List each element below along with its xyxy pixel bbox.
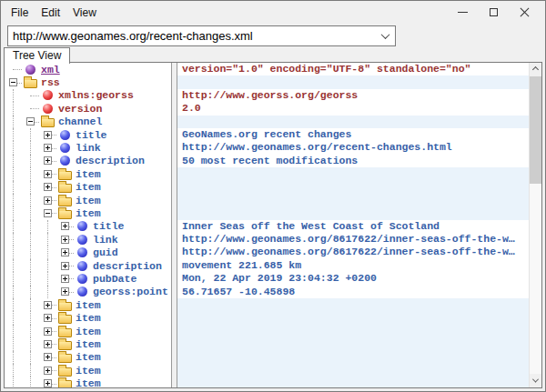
expand-plus-icon[interactable] bbox=[44, 379, 52, 387]
tree-node[interactable]: xmlns:georss bbox=[5, 89, 171, 102]
expand-plus-icon[interactable] bbox=[44, 327, 52, 336]
tree-node-label: item bbox=[76, 377, 101, 387]
tree-node[interactable]: link bbox=[5, 141, 171, 154]
tree-guide-line bbox=[22, 377, 39, 387]
tree-node[interactable]: title bbox=[5, 220, 171, 233]
tree-pane: xmlrssxmlns:georssversionchanneltitlelin… bbox=[5, 63, 171, 387]
tree-node[interactable]: item bbox=[5, 206, 171, 219]
tree-node[interactable]: georss:point bbox=[5, 286, 171, 298]
tree-node-label: link bbox=[76, 142, 101, 154]
expand-plus-icon[interactable] bbox=[44, 367, 52, 375]
expand-plus-icon[interactable] bbox=[44, 196, 52, 205]
tree-node[interactable]: item bbox=[5, 377, 171, 387]
tree-node[interactable]: channel bbox=[5, 116, 171, 128]
expand-plus-icon[interactable] bbox=[44, 353, 52, 361]
tree-icon-cell bbox=[39, 116, 56, 128]
value-row bbox=[177, 377, 529, 387]
minimize-button[interactable] bbox=[447, 1, 478, 24]
tree-icon-cell bbox=[56, 141, 73, 154]
expand-plus-icon[interactable] bbox=[44, 340, 52, 348]
tree-icon-cell bbox=[74, 272, 90, 285]
tree-connector bbox=[56, 259, 74, 272]
tree-connector bbox=[39, 377, 56, 387]
url-input[interactable] bbox=[8, 26, 375, 45]
blue-ball-icon bbox=[77, 274, 87, 284]
tree-node[interactable]: version bbox=[5, 102, 171, 115]
scroll-down-button[interactable] bbox=[530, 374, 541, 387]
value-row bbox=[177, 364, 529, 377]
tree-node-label: item bbox=[76, 195, 101, 206]
vertical-scrollbar[interactable] bbox=[529, 63, 541, 387]
tree-node[interactable]: item bbox=[5, 298, 171, 311]
close-button[interactable] bbox=[509, 1, 540, 24]
tree-guide-line bbox=[5, 89, 22, 102]
chevron-down-icon bbox=[380, 30, 389, 39]
tree-node[interactable]: description bbox=[5, 155, 171, 167]
tree-node[interactable]: guid bbox=[5, 246, 171, 258]
value-pane: version="1.0" encoding="UTF-8" standalon… bbox=[177, 63, 529, 387]
collapse-minus-icon[interactable] bbox=[26, 117, 35, 126]
expand-plus-icon[interactable] bbox=[44, 183, 52, 191]
tab-tree-view[interactable]: Tree View bbox=[4, 47, 70, 64]
tree-icon-cell bbox=[56, 206, 73, 219]
folder-icon bbox=[58, 171, 72, 180]
tree-guide-line bbox=[5, 128, 22, 141]
value-row: 2.0 bbox=[177, 102, 529, 115]
tree-connector bbox=[22, 102, 39, 115]
tree-node[interactable]: item bbox=[5, 181, 171, 194]
tree-guide-line bbox=[5, 206, 22, 219]
tree-icon-cell bbox=[56, 128, 73, 141]
expand-plus-icon[interactable] bbox=[44, 156, 52, 165]
tree-connector bbox=[39, 167, 56, 180]
scrollbar-thumb[interactable] bbox=[530, 76, 541, 184]
expand-plus-icon[interactable] bbox=[61, 248, 69, 256]
tree-guide-line bbox=[5, 246, 22, 258]
pane-splitter[interactable] bbox=[171, 63, 177, 387]
combobox-dropdown-button[interactable] bbox=[375, 26, 395, 45]
expand-plus-icon[interactable] bbox=[61, 222, 69, 230]
value-row bbox=[177, 298, 529, 311]
tree-node-label: item bbox=[76, 207, 101, 219]
app-window: File Edit View Tree View xmlrssxmlns:geo… bbox=[0, 0, 546, 392]
tree-node[interactable]: item bbox=[5, 325, 171, 337]
tree-connector bbox=[39, 155, 56, 167]
tree-node-label: title bbox=[76, 129, 107, 141]
expand-plus-icon[interactable] bbox=[44, 314, 52, 322]
tree-guide-line bbox=[5, 141, 22, 154]
tree-node[interactable]: link bbox=[5, 233, 171, 246]
tree-connector bbox=[39, 194, 56, 206]
expand-plus-icon[interactable] bbox=[61, 287, 69, 296]
scroll-up-button[interactable] bbox=[530, 63, 541, 76]
expand-plus-icon[interactable] bbox=[61, 236, 69, 244]
tree-guide-line bbox=[5, 325, 22, 337]
blue-ball-icon bbox=[77, 286, 87, 297]
tree-node[interactable]: item bbox=[5, 311, 171, 324]
expand-plus-icon[interactable] bbox=[44, 131, 52, 139]
tree-connector bbox=[39, 141, 56, 154]
collapse-minus-icon[interactable] bbox=[9, 78, 17, 86]
tree-node[interactable]: item bbox=[5, 167, 171, 180]
tree-connector bbox=[39, 298, 56, 311]
tree-node[interactable]: rss bbox=[5, 75, 171, 88]
tree-node[interactable]: item bbox=[5, 351, 171, 364]
tree-node[interactable]: item bbox=[5, 194, 171, 206]
tree-node[interactable]: xml bbox=[5, 63, 171, 75]
tree-node-label: item bbox=[76, 351, 101, 363]
tree-icon-cell bbox=[56, 155, 73, 167]
expand-plus-icon[interactable] bbox=[61, 275, 69, 283]
tree-node[interactable]: item bbox=[5, 337, 171, 350]
tree-node[interactable]: title bbox=[5, 128, 171, 141]
menu-file[interactable]: File bbox=[5, 4, 35, 22]
expand-plus-icon[interactable] bbox=[44, 144, 52, 152]
expand-plus-icon[interactable] bbox=[44, 170, 52, 178]
expand-plus-icon[interactable] bbox=[44, 301, 52, 309]
close-icon bbox=[520, 7, 530, 17]
collapse-minus-icon[interactable] bbox=[44, 209, 52, 217]
menu-view[interactable]: View bbox=[66, 4, 103, 22]
maximize-button[interactable] bbox=[478, 1, 509, 24]
expand-plus-icon[interactable] bbox=[61, 262, 69, 270]
tree-node[interactable]: pubDate bbox=[5, 272, 171, 285]
tree-node[interactable]: description bbox=[5, 259, 171, 272]
tree-node[interactable]: item bbox=[5, 364, 171, 377]
menu-edit[interactable]: Edit bbox=[35, 4, 66, 22]
